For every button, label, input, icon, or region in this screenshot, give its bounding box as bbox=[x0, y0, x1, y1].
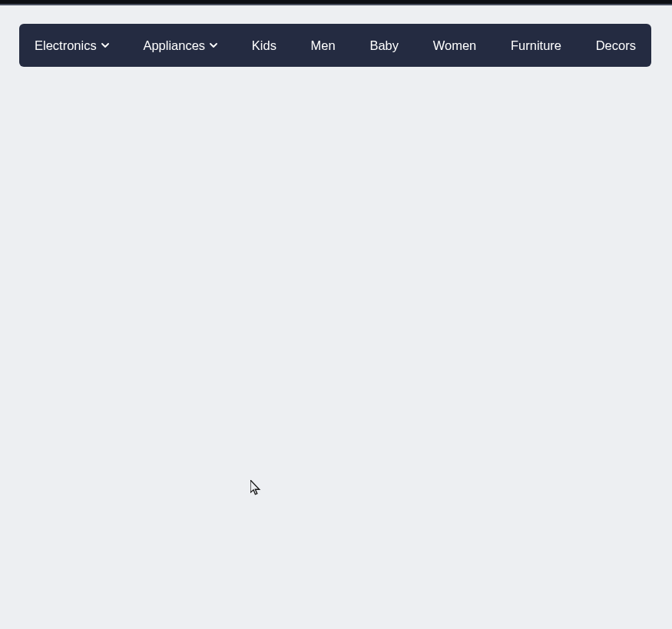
nav-item-label: Women bbox=[433, 38, 477, 53]
sub-band bbox=[0, 4, 672, 5]
nav-item-label: Electronics bbox=[35, 38, 97, 53]
nav-item-appliances[interactable]: Appliances bbox=[143, 38, 217, 53]
nav-item-baby[interactable]: Baby bbox=[369, 38, 399, 53]
nav-item-label: Men bbox=[311, 38, 336, 53]
nav-item-kids[interactable]: Kids bbox=[252, 38, 276, 53]
nav-item-label: Kids bbox=[252, 38, 276, 53]
main-nav: ElectronicsAppliancesKidsMenBabyWomenFur… bbox=[19, 24, 651, 67]
nav-item-men[interactable]: Men bbox=[311, 38, 336, 53]
cursor-pointer bbox=[250, 480, 261, 494]
nav-item-label: Appliances bbox=[143, 38, 205, 53]
nav-item-decors[interactable]: Decors bbox=[596, 38, 636, 53]
chevron-down-icon bbox=[101, 41, 109, 49]
nav-item-women[interactable]: Women bbox=[433, 38, 477, 53]
nav-item-electronics[interactable]: Electronics bbox=[35, 38, 109, 53]
nav-item-label: Decors bbox=[596, 38, 636, 53]
nav-item-furniture[interactable]: Furniture bbox=[511, 38, 561, 53]
nav-item-label: Furniture bbox=[511, 38, 561, 53]
chevron-down-icon bbox=[210, 41, 217, 49]
nav-item-label: Baby bbox=[369, 38, 399, 53]
